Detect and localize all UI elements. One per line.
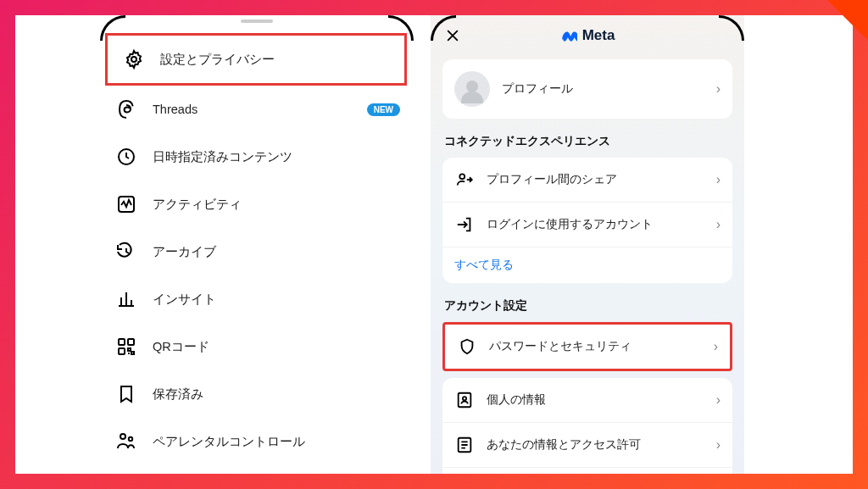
menu-item-parental[interactable]: ペアレンタルコントロール: [100, 418, 414, 465]
topbar: Meta: [431, 15, 744, 59]
svg-point-0: [131, 57, 136, 62]
menu-item-archive[interactable]: アーカイブ: [100, 228, 414, 275]
meta-logo-icon: [560, 30, 577, 42]
connected-card: プロフィール間のシェア › ログインに使用するアカウント › すべて見る: [442, 158, 732, 283]
chevron-right-icon: ›: [716, 217, 721, 232]
row-share-profiles[interactable]: プロフィール間のシェア ›: [442, 158, 732, 203]
chevron-right-icon: ›: [716, 437, 721, 453]
svg-rect-4: [128, 339, 134, 345]
menu-label-qr: QRコード: [153, 339, 209, 355]
svg-point-7: [129, 437, 132, 441]
row-ad-prefs[interactable]: 広告表示の設定 ›: [442, 468, 732, 474]
threads-icon: [114, 97, 139, 122]
section-title-connected: コネクテッドエクスペリエンス: [431, 134, 744, 158]
svg-point-6: [120, 434, 125, 439]
svg-rect-5: [119, 348, 125, 354]
close-icon[interactable]: [444, 27, 461, 44]
menu-label-scheduled: 日時指定済みコンテンツ: [153, 149, 292, 165]
menu-label-activity: アクティビティ: [153, 197, 242, 213]
svg-point-9: [459, 174, 465, 179]
info-access-icon: [454, 435, 475, 455]
menu-item-orders[interactable]: 注文と支払い: [100, 465, 414, 474]
label-password-security: パスワードとセキュリティ: [489, 339, 702, 354]
row-login-accounts[interactable]: ログインに使用するアカウント ›: [442, 203, 732, 247]
menu-label-saved: 保存済み: [153, 386, 203, 403]
archive-icon: [114, 239, 139, 264]
id-card-icon: [454, 390, 475, 410]
svg-point-11: [463, 397, 466, 400]
parental-icon: [114, 429, 139, 454]
sheet-grabber[interactable]: [241, 19, 273, 23]
chevron-right-icon: ›: [714, 339, 718, 354]
bookmark-icon: [114, 381, 139, 407]
decorative-corner: [827, 0, 868, 41]
row-personal-info[interactable]: 個人の情報 ›: [442, 378, 732, 423]
menu-item-qr[interactable]: QRコード: [100, 323, 414, 370]
highlight-settings-privacy: 設定とプライバシー: [105, 33, 407, 86]
menu-item-scheduled[interactable]: 日時指定済みコンテンツ: [100, 133, 414, 181]
highlight-password-security: パスワードとセキュリティ ›: [442, 322, 732, 371]
gear-icon: [121, 47, 147, 72]
profile-card: プロフィール ›: [442, 59, 732, 119]
screenshot-pair: 設定とプライバシー Threads NEW 日時指定済みコンテンツ アクティビテ…: [15, 15, 853, 474]
menu-label-threads: Threads: [153, 103, 198, 116]
phone-right: Meta プロフィール › コネクテッドエクスペリエンス プロフィール間のシェア…: [431, 15, 744, 474]
chevron-right-icon: ›: [716, 81, 721, 97]
activity-icon: [114, 192, 139, 217]
insights-icon: [114, 286, 139, 312]
label-share-profiles: プロフィール間のシェア: [487, 172, 704, 187]
badge-new: NEW: [367, 103, 400, 116]
label-personal-info: 個人の情報: [487, 392, 704, 408]
login-icon: [454, 214, 475, 235]
brand-text: Meta: [582, 27, 615, 44]
phone-left: 設定とプライバシー Threads NEW 日時指定済みコンテンツ アクティビテ…: [100, 15, 414, 474]
clock-icon: [114, 144, 139, 169]
link-see-all[interactable]: すべて見る: [442, 247, 732, 283]
meta-brand: Meta: [461, 27, 714, 44]
chevron-right-icon: ›: [716, 172, 721, 187]
shield-icon: [457, 336, 477, 357]
qr-icon: [114, 334, 139, 359]
menu-label-settings: 設定とプライバシー: [160, 52, 275, 68]
account-card: 個人の情報 › あなたの情報とアクセス許可 › 広告表示の設定 ›: [442, 378, 732, 474]
menu-item-insights[interactable]: インサイト: [100, 275, 414, 323]
menu-item-settings-privacy[interactable]: 設定とプライバシー: [108, 36, 404, 83]
label-profile: プロフィール: [502, 81, 704, 97]
avatar: [454, 71, 490, 107]
row-password-security[interactable]: パスワードとセキュリティ ›: [445, 325, 730, 369]
row-profile[interactable]: プロフィール ›: [442, 59, 732, 119]
share-profile-icon: [454, 169, 475, 190]
menu-label-parental: ペアレンタルコントロール: [153, 434, 305, 450]
label-login-accounts: ログインに使用するアカウント: [487, 217, 704, 232]
menu-label-archive: アーカイブ: [153, 244, 216, 260]
row-info-access[interactable]: あなたの情報とアクセス許可 ›: [442, 423, 732, 468]
menu-label-insights: インサイト: [153, 292, 216, 308]
svg-rect-3: [119, 339, 125, 345]
menu-item-saved[interactable]: 保存済み: [100, 370, 414, 418]
chevron-right-icon: ›: [716, 392, 721, 408]
menu-item-threads[interactable]: Threads NEW: [100, 86, 414, 133]
section-title-account: アカウント設定: [431, 298, 744, 322]
menu-item-activity[interactable]: アクティビティ: [100, 181, 414, 228]
label-info-access: あなたの情報とアクセス許可: [487, 437, 704, 453]
